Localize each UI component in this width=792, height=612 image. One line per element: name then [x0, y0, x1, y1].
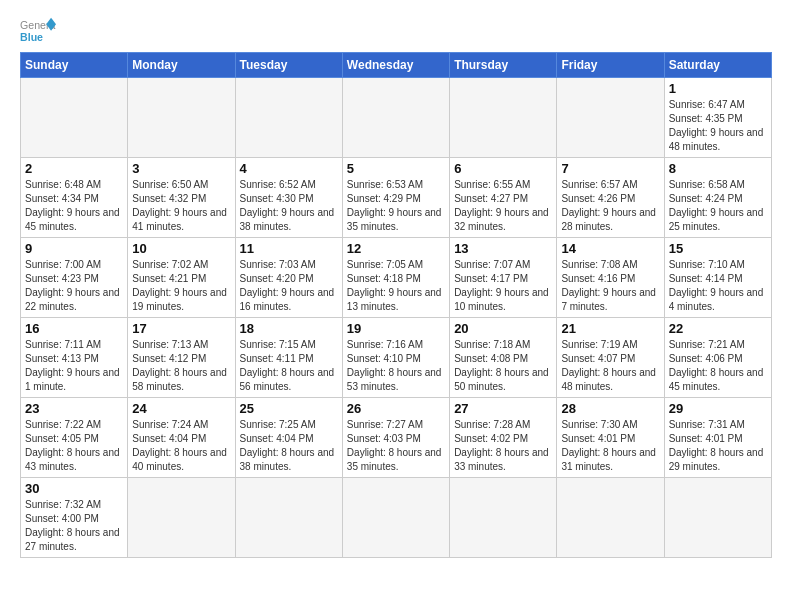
day-number: 20: [454, 321, 552, 336]
day-info: Sunrise: 7:16 AM Sunset: 4:10 PM Dayligh…: [347, 338, 445, 394]
day-number: 11: [240, 241, 338, 256]
calendar-cell: [342, 78, 449, 158]
day-number: 14: [561, 241, 659, 256]
calendar-cell: [235, 78, 342, 158]
calendar-cell: 3Sunrise: 6:50 AM Sunset: 4:32 PM Daylig…: [128, 158, 235, 238]
logo: General Blue: [20, 16, 56, 44]
calendar-cell: 25Sunrise: 7:25 AM Sunset: 4:04 PM Dayli…: [235, 398, 342, 478]
day-number: 9: [25, 241, 123, 256]
day-info: Sunrise: 7:15 AM Sunset: 4:11 PM Dayligh…: [240, 338, 338, 394]
calendar-cell: 4Sunrise: 6:52 AM Sunset: 4:30 PM Daylig…: [235, 158, 342, 238]
day-info: Sunrise: 6:47 AM Sunset: 4:35 PM Dayligh…: [669, 98, 767, 154]
calendar-cell: 5Sunrise: 6:53 AM Sunset: 4:29 PM Daylig…: [342, 158, 449, 238]
calendar-cell: [450, 478, 557, 558]
calendar-week-1: 2Sunrise: 6:48 AM Sunset: 4:34 PM Daylig…: [21, 158, 772, 238]
day-number: 12: [347, 241, 445, 256]
calendar-cell: [557, 78, 664, 158]
day-number: 26: [347, 401, 445, 416]
calendar-cell: 9Sunrise: 7:00 AM Sunset: 4:23 PM Daylig…: [21, 238, 128, 318]
day-info: Sunrise: 6:57 AM Sunset: 4:26 PM Dayligh…: [561, 178, 659, 234]
calendar-cell: 20Sunrise: 7:18 AM Sunset: 4:08 PM Dayli…: [450, 318, 557, 398]
calendar-cell: 18Sunrise: 7:15 AM Sunset: 4:11 PM Dayli…: [235, 318, 342, 398]
calendar-cell: 7Sunrise: 6:57 AM Sunset: 4:26 PM Daylig…: [557, 158, 664, 238]
day-info: Sunrise: 6:50 AM Sunset: 4:32 PM Dayligh…: [132, 178, 230, 234]
weekday-header-tuesday: Tuesday: [235, 53, 342, 78]
day-info: Sunrise: 7:11 AM Sunset: 4:13 PM Dayligh…: [25, 338, 123, 394]
day-number: 28: [561, 401, 659, 416]
day-info: Sunrise: 7:05 AM Sunset: 4:18 PM Dayligh…: [347, 258, 445, 314]
calendar-week-3: 16Sunrise: 7:11 AM Sunset: 4:13 PM Dayli…: [21, 318, 772, 398]
calendar-cell: [21, 78, 128, 158]
day-info: Sunrise: 7:10 AM Sunset: 4:14 PM Dayligh…: [669, 258, 767, 314]
calendar-cell: 28Sunrise: 7:30 AM Sunset: 4:01 PM Dayli…: [557, 398, 664, 478]
calendar-cell: 1Sunrise: 6:47 AM Sunset: 4:35 PM Daylig…: [664, 78, 771, 158]
generalblue-logo-icon: General Blue: [20, 16, 56, 44]
calendar-cell: 29Sunrise: 7:31 AM Sunset: 4:01 PM Dayli…: [664, 398, 771, 478]
calendar-table: SundayMondayTuesdayWednesdayThursdayFrid…: [20, 52, 772, 558]
calendar-cell: 12Sunrise: 7:05 AM Sunset: 4:18 PM Dayli…: [342, 238, 449, 318]
day-info: Sunrise: 7:25 AM Sunset: 4:04 PM Dayligh…: [240, 418, 338, 474]
day-number: 17: [132, 321, 230, 336]
day-number: 30: [25, 481, 123, 496]
calendar-cell: [450, 78, 557, 158]
day-info: Sunrise: 7:21 AM Sunset: 4:06 PM Dayligh…: [669, 338, 767, 394]
weekday-header-monday: Monday: [128, 53, 235, 78]
day-info: Sunrise: 7:30 AM Sunset: 4:01 PM Dayligh…: [561, 418, 659, 474]
calendar-cell: 13Sunrise: 7:07 AM Sunset: 4:17 PM Dayli…: [450, 238, 557, 318]
day-number: 23: [25, 401, 123, 416]
calendar-cell: 11Sunrise: 7:03 AM Sunset: 4:20 PM Dayli…: [235, 238, 342, 318]
day-number: 3: [132, 161, 230, 176]
calendar-header: SundayMondayTuesdayWednesdayThursdayFrid…: [21, 53, 772, 78]
calendar-cell: 19Sunrise: 7:16 AM Sunset: 4:10 PM Dayli…: [342, 318, 449, 398]
day-number: 1: [669, 81, 767, 96]
calendar-cell: 17Sunrise: 7:13 AM Sunset: 4:12 PM Dayli…: [128, 318, 235, 398]
calendar-cell: 30Sunrise: 7:32 AM Sunset: 4:00 PM Dayli…: [21, 478, 128, 558]
day-info: Sunrise: 7:32 AM Sunset: 4:00 PM Dayligh…: [25, 498, 123, 554]
day-info: Sunrise: 7:28 AM Sunset: 4:02 PM Dayligh…: [454, 418, 552, 474]
day-number: 19: [347, 321, 445, 336]
calendar-cell: 6Sunrise: 6:55 AM Sunset: 4:27 PM Daylig…: [450, 158, 557, 238]
day-number: 24: [132, 401, 230, 416]
day-number: 13: [454, 241, 552, 256]
calendar-cell: 10Sunrise: 7:02 AM Sunset: 4:21 PM Dayli…: [128, 238, 235, 318]
weekday-header-sunday: Sunday: [21, 53, 128, 78]
calendar-cell: 14Sunrise: 7:08 AM Sunset: 4:16 PM Dayli…: [557, 238, 664, 318]
day-info: Sunrise: 6:52 AM Sunset: 4:30 PM Dayligh…: [240, 178, 338, 234]
calendar-cell: 24Sunrise: 7:24 AM Sunset: 4:04 PM Dayli…: [128, 398, 235, 478]
weekday-header-thursday: Thursday: [450, 53, 557, 78]
day-number: 6: [454, 161, 552, 176]
calendar-cell: 16Sunrise: 7:11 AM Sunset: 4:13 PM Dayli…: [21, 318, 128, 398]
header-area: General Blue: [20, 16, 772, 44]
weekday-header-saturday: Saturday: [664, 53, 771, 78]
day-info: Sunrise: 7:24 AM Sunset: 4:04 PM Dayligh…: [132, 418, 230, 474]
day-info: Sunrise: 7:31 AM Sunset: 4:01 PM Dayligh…: [669, 418, 767, 474]
day-number: 8: [669, 161, 767, 176]
day-number: 21: [561, 321, 659, 336]
day-info: Sunrise: 7:08 AM Sunset: 4:16 PM Dayligh…: [561, 258, 659, 314]
day-info: Sunrise: 7:07 AM Sunset: 4:17 PM Dayligh…: [454, 258, 552, 314]
day-info: Sunrise: 7:27 AM Sunset: 4:03 PM Dayligh…: [347, 418, 445, 474]
day-number: 15: [669, 241, 767, 256]
day-info: Sunrise: 7:13 AM Sunset: 4:12 PM Dayligh…: [132, 338, 230, 394]
calendar-cell: [342, 478, 449, 558]
day-number: 5: [347, 161, 445, 176]
calendar-week-4: 23Sunrise: 7:22 AM Sunset: 4:05 PM Dayli…: [21, 398, 772, 478]
calendar-cell: [128, 478, 235, 558]
calendar-cell: 2Sunrise: 6:48 AM Sunset: 4:34 PM Daylig…: [21, 158, 128, 238]
day-number: 27: [454, 401, 552, 416]
calendar-cell: [664, 478, 771, 558]
calendar-cell: 23Sunrise: 7:22 AM Sunset: 4:05 PM Dayli…: [21, 398, 128, 478]
day-info: Sunrise: 7:03 AM Sunset: 4:20 PM Dayligh…: [240, 258, 338, 314]
day-number: 4: [240, 161, 338, 176]
calendar-cell: 27Sunrise: 7:28 AM Sunset: 4:02 PM Dayli…: [450, 398, 557, 478]
day-number: 18: [240, 321, 338, 336]
day-info: Sunrise: 7:02 AM Sunset: 4:21 PM Dayligh…: [132, 258, 230, 314]
calendar-cell: [235, 478, 342, 558]
page: General Blue SundayMondayTuesdayWednesda…: [0, 0, 792, 612]
day-number: 22: [669, 321, 767, 336]
calendar-cell: 21Sunrise: 7:19 AM Sunset: 4:07 PM Dayli…: [557, 318, 664, 398]
calendar-cell: [557, 478, 664, 558]
day-number: 2: [25, 161, 123, 176]
day-number: 25: [240, 401, 338, 416]
calendar-cell: 26Sunrise: 7:27 AM Sunset: 4:03 PM Dayli…: [342, 398, 449, 478]
